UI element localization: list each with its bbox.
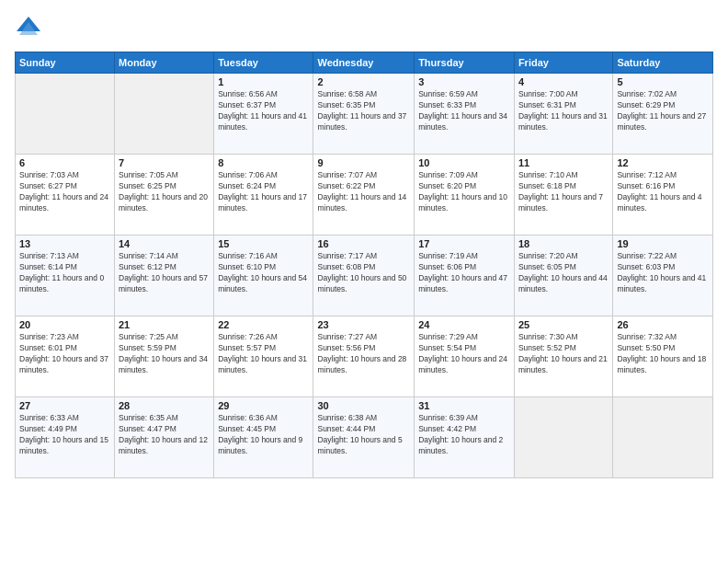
header-day-friday: Friday: [514, 52, 612, 74]
day-number: 9: [317, 157, 410, 168]
day-number: 23: [317, 319, 410, 330]
day-info: Sunrise: 7:17 AMSunset: 6:08 PMDaylight:…: [317, 251, 410, 295]
day-cell: [115, 74, 214, 155]
day-cell: [514, 397, 612, 478]
day-number: 19: [617, 238, 709, 249]
day-cell: 21Sunrise: 7:25 AMSunset: 5:59 PMDayligh…: [115, 316, 214, 397]
day-info: Sunrise: 7:27 AMSunset: 5:56 PMDaylight:…: [317, 332, 410, 376]
day-cell: 16Sunrise: 7:17 AMSunset: 6:08 PMDayligh…: [313, 236, 415, 316]
day-cell: 14Sunrise: 7:14 AMSunset: 6:12 PMDayligh…: [115, 236, 214, 316]
day-cell: [16, 74, 115, 155]
day-info: Sunrise: 7:14 AMSunset: 6:12 PMDaylight:…: [119, 251, 210, 295]
day-cell: 7Sunrise: 7:05 AMSunset: 6:25 PMDaylight…: [115, 155, 214, 236]
header: [15, 15, 713, 42]
calendar-header: SundayMondayTuesdayWednesdayThursdayFrid…: [16, 52, 713, 74]
day-cell: 30Sunrise: 6:38 AMSunset: 4:44 PMDayligh…: [313, 397, 415, 478]
day-number: 15: [218, 238, 309, 249]
day-cell: 17Sunrise: 7:19 AMSunset: 6:06 PMDayligh…: [415, 236, 515, 316]
day-number: 16: [317, 238, 410, 249]
day-cell: 9Sunrise: 7:07 AMSunset: 6:22 PMDaylight…: [313, 155, 415, 236]
day-cell: 24Sunrise: 7:29 AMSunset: 5:54 PMDayligh…: [415, 316, 515, 397]
day-info: Sunrise: 7:23 AMSunset: 6:01 PMDaylight:…: [19, 332, 110, 376]
day-number: 14: [119, 238, 210, 249]
calendar-table: SundayMondayTuesdayWednesdayThursdayFrid…: [15, 52, 713, 478]
day-info: Sunrise: 7:32 AMSunset: 5:50 PMDaylight:…: [617, 332, 709, 376]
day-cell: 15Sunrise: 7:16 AMSunset: 6:10 PMDayligh…: [214, 236, 313, 316]
day-info: Sunrise: 7:20 AMSunset: 6:05 PMDaylight:…: [518, 251, 609, 295]
day-info: Sunrise: 7:05 AMSunset: 6:25 PMDaylight:…: [119, 170, 210, 214]
day-info: Sunrise: 7:02 AMSunset: 6:29 PMDaylight:…: [617, 89, 709, 133]
day-info: Sunrise: 7:30 AMSunset: 5:52 PMDaylight:…: [518, 332, 609, 376]
day-cell: 31Sunrise: 6:39 AMSunset: 4:42 PMDayligh…: [415, 397, 515, 478]
day-info: Sunrise: 7:19 AMSunset: 6:06 PMDaylight:…: [418, 251, 510, 295]
logo-icon: [15, 15, 42, 42]
day-number: 12: [617, 157, 709, 168]
day-info: Sunrise: 6:33 AMSunset: 4:49 PMDaylight:…: [19, 413, 110, 457]
day-number: 10: [418, 157, 510, 168]
day-number: 5: [617, 76, 709, 87]
day-cell: 23Sunrise: 7:27 AMSunset: 5:56 PMDayligh…: [313, 316, 415, 397]
day-cell: 1Sunrise: 6:56 AMSunset: 6:37 PMDaylight…: [214, 74, 313, 155]
day-number: 27: [19, 400, 110, 411]
day-cell: 3Sunrise: 6:59 AMSunset: 6:33 PMDaylight…: [415, 74, 515, 155]
day-info: Sunrise: 6:59 AMSunset: 6:33 PMDaylight:…: [418, 89, 510, 133]
week-row-2: 6Sunrise: 7:03 AMSunset: 6:27 PMDaylight…: [16, 155, 713, 236]
day-cell: 29Sunrise: 6:36 AMSunset: 4:45 PMDayligh…: [214, 397, 313, 478]
day-info: Sunrise: 7:06 AMSunset: 6:24 PMDaylight:…: [218, 170, 309, 214]
day-cell: 18Sunrise: 7:20 AMSunset: 6:05 PMDayligh…: [514, 236, 612, 316]
day-cell: 13Sunrise: 7:13 AMSunset: 6:14 PMDayligh…: [16, 236, 115, 316]
day-number: 26: [617, 319, 709, 330]
day-info: Sunrise: 6:58 AMSunset: 6:35 PMDaylight:…: [317, 89, 410, 133]
day-number: 18: [518, 238, 609, 249]
day-number: 30: [317, 400, 410, 411]
day-info: Sunrise: 7:25 AMSunset: 5:59 PMDaylight:…: [119, 332, 210, 376]
logo: [15, 15, 46, 42]
day-number: 2: [317, 76, 410, 87]
header-day-wednesday: Wednesday: [313, 52, 415, 74]
week-row-5: 27Sunrise: 6:33 AMSunset: 4:49 PMDayligh…: [16, 397, 713, 478]
day-info: Sunrise: 7:07 AMSunset: 6:22 PMDaylight:…: [317, 170, 410, 214]
day-number: 25: [518, 319, 609, 330]
day-cell: [613, 397, 713, 478]
day-cell: 19Sunrise: 7:22 AMSunset: 6:03 PMDayligh…: [613, 236, 713, 316]
day-info: Sunrise: 7:26 AMSunset: 5:57 PMDaylight:…: [218, 332, 309, 376]
day-cell: 26Sunrise: 7:32 AMSunset: 5:50 PMDayligh…: [613, 316, 713, 397]
day-cell: 27Sunrise: 6:33 AMSunset: 4:49 PMDayligh…: [16, 397, 115, 478]
day-number: 29: [218, 400, 309, 411]
day-info: Sunrise: 6:35 AMSunset: 4:47 PMDaylight:…: [119, 413, 210, 457]
day-cell: 2Sunrise: 6:58 AMSunset: 6:35 PMDaylight…: [313, 74, 415, 155]
day-cell: 8Sunrise: 7:06 AMSunset: 6:24 PMDaylight…: [214, 155, 313, 236]
header-day-thursday: Thursday: [415, 52, 515, 74]
day-cell: 28Sunrise: 6:35 AMSunset: 4:47 PMDayligh…: [115, 397, 214, 478]
day-cell: 11Sunrise: 7:10 AMSunset: 6:18 PMDayligh…: [514, 155, 612, 236]
day-info: Sunrise: 7:12 AMSunset: 6:16 PMDaylight:…: [617, 170, 709, 214]
day-info: Sunrise: 7:22 AMSunset: 6:03 PMDaylight:…: [617, 251, 709, 295]
day-info: Sunrise: 6:39 AMSunset: 4:42 PMDaylight:…: [418, 413, 510, 457]
day-info: Sunrise: 7:29 AMSunset: 5:54 PMDaylight:…: [418, 332, 510, 376]
header-day-saturday: Saturday: [613, 52, 713, 74]
day-info: Sunrise: 7:16 AMSunset: 6:10 PMDaylight:…: [218, 251, 309, 295]
header-day-tuesday: Tuesday: [214, 52, 313, 74]
day-number: 24: [418, 319, 510, 330]
week-row-3: 13Sunrise: 7:13 AMSunset: 6:14 PMDayligh…: [16, 236, 713, 316]
day-info: Sunrise: 7:00 AMSunset: 6:31 PMDaylight:…: [518, 89, 609, 133]
day-number: 17: [418, 238, 510, 249]
day-number: 7: [119, 157, 210, 168]
week-row-1: 1Sunrise: 6:56 AMSunset: 6:37 PMDaylight…: [16, 74, 713, 155]
day-number: 21: [119, 319, 210, 330]
day-number: 20: [19, 319, 110, 330]
header-day-sunday: Sunday: [16, 52, 115, 74]
day-number: 13: [19, 238, 110, 249]
day-number: 8: [218, 157, 309, 168]
day-info: Sunrise: 7:10 AMSunset: 6:18 PMDaylight:…: [518, 170, 609, 214]
day-cell: 22Sunrise: 7:26 AMSunset: 5:57 PMDayligh…: [214, 316, 313, 397]
day-info: Sunrise: 6:36 AMSunset: 4:45 PMDaylight:…: [218, 413, 309, 457]
day-info: Sunrise: 6:56 AMSunset: 6:37 PMDaylight:…: [218, 89, 309, 133]
day-number: 28: [119, 400, 210, 411]
header-row: SundayMondayTuesdayWednesdayThursdayFrid…: [16, 52, 713, 74]
day-info: Sunrise: 6:38 AMSunset: 4:44 PMDaylight:…: [317, 413, 410, 457]
day-info: Sunrise: 7:03 AMSunset: 6:27 PMDaylight:…: [19, 170, 110, 214]
day-cell: 20Sunrise: 7:23 AMSunset: 6:01 PMDayligh…: [16, 316, 115, 397]
day-number: 3: [418, 76, 510, 87]
day-number: 11: [518, 157, 609, 168]
